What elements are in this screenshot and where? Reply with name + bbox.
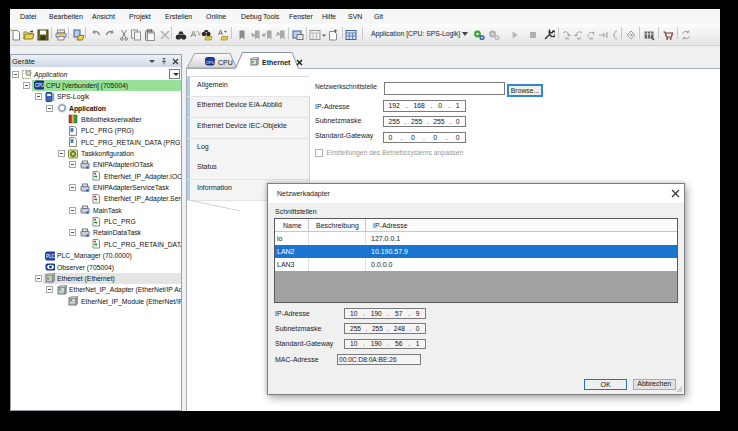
svg-text:CPU: CPU (205, 60, 214, 65)
svg-text:CPU: CPU (34, 83, 43, 88)
svg-text:PLC: PLC (46, 254, 55, 259)
